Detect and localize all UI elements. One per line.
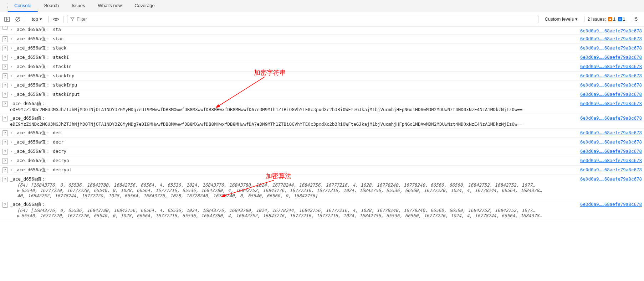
log-level-icon: ? [2,116,8,121]
expand-arrow-icon: › [10,167,13,172]
console-log-row[interactable]: ?›_ace_d656a值： stack6e0d0a9……68aefe79a8c… [0,44,644,53]
log-level-icon: ? [2,83,8,88]
expand-arrow-icon: › [10,36,13,41]
log-level-icon: ? [2,92,8,98]
tab-search[interactable]: Search [38,0,65,12]
hidden-messages[interactable]: 5 [632,16,640,22]
console-log-row[interactable]: ?›_ace_d656a值： stackInpu6e0d0a9……68aefe7… [0,81,644,90]
panel-tabs: ConsoleSearchIssuesWhat's newCoverage [8,0,161,12]
svg-line-3 [16,18,19,21]
console-log-row[interactable]: ?›_ace_d656a值： stackI6e0d0a9……68aefe79a8… [0,53,644,62]
log-message: _ace_d656a值： decr [14,139,642,145]
filter-input[interactable] [77,16,535,22]
source-link[interactable]: 6e0d0a9……68aefe79a8c678 [580,158,642,163]
log-level-icon: ? [2,158,8,164]
expand-arrow-icon: › [10,64,13,69]
expand-arrow-icon: › [10,130,13,135]
source-link[interactable]: 6e0d0a9……68aefe79a8c678 [580,149,642,154]
console-log-row[interactable]: ?_ace_d656a值：(64) [16843776, 0, 65536, 1… [0,200,644,220]
console-log-row[interactable]: ?_ace_d656a值：(64) [16843776, 0, 65536, 1… [0,175,644,200]
console-log-area[interactable]: ?›_ace_d656a值： sta6e0d0a9……68aefe79a8c67… [0,26,644,281]
sidebar-toggle-icon[interactable] [4,16,11,23]
log-message: _ace_d656a值： stackI [14,54,642,61]
console-toolbar: top▾ Custom levels▾ 2 Issues: ■1 ≡1 5 [0,12,644,26]
source-link[interactable]: 6e0d0a9……68aefe79a8c678 [580,64,642,69]
source-link[interactable]: 6e0d0a9……68aefe79a8c678 [580,73,642,78]
console-log-row[interactable]: ?›_ace_d656a值： decrypt6e0d0a9……68aefe79a… [0,166,644,175]
tab-console[interactable]: Console [8,0,38,12]
expand-arrow-icon: › [10,139,13,145]
devtools-header: ⋮ ConsoleSearchIssuesWhat's newCoverage [0,0,644,12]
log-level-icon: ? [2,130,8,136]
console-log-row[interactable]: ?›_ace_d656a值： sta6e0d0a9……68aefe79a8c67… [0,26,644,35]
log-level-icon: ? [2,140,8,145]
console-log-row[interactable]: ?›_ace_d656a值： dec6e0d0a9……68aefe79a8c67… [0,129,644,138]
log-message: _ace_d656a值：eDE9YzZiNDc2MGU3MGJhZTJhMjM3… [10,115,642,127]
log-levels-dropdown[interactable]: Custom levels▾ [542,16,581,22]
source-link[interactable]: 6e0d0a9……68aefe79a8c678 [580,36,642,41]
clear-console-icon[interactable] [14,16,21,23]
expand-arrow-icon: › [10,149,13,154]
tab-whatsnew[interactable]: What's new [91,0,128,12]
console-log-row[interactable]: ?›_ace_d656a值： stackInput6e0d0a9……68aefe… [0,90,644,99]
source-link[interactable]: 6e0d0a9……68aefe79a8c678 [580,101,642,106]
log-level-icon: ? [2,46,8,51]
tab-issues[interactable]: Issues [65,0,92,12]
svg-point-4 [55,18,57,20]
log-level-icon: ? [2,202,8,208]
log-message: _ace_d656a值：eDE9YzZiNDc2MGU3MGJhZTJhMjM3… [10,101,642,112]
context-selector[interactable]: top▾ [29,16,45,22]
log-level-icon: ? [2,177,8,182]
issues-summary[interactable]: 2 Issues: ■1 ≡1 [584,16,628,22]
log-message: _ace_d656a值： stackInpu [14,82,642,88]
separator [48,16,49,22]
log-message: _ace_d656a值： decry [14,149,642,155]
console-log-row[interactable]: ?›_ace_d656a值： decry6e0d0a9……68aefe79a8c… [0,147,644,156]
log-level-icon: ? [2,73,8,79]
filter-icon [70,17,75,21]
source-link[interactable]: 6e0d0a9……68aefe79a8c678 [580,92,642,97]
log-level-icon: ? [2,101,8,107]
console-log-row[interactable]: ?›_ace_d656a值： stackIn6e0d0a9……68aefe79a… [0,62,644,72]
console-log-row[interactable]: ?›_ace_d656a值： stackInp6e0d0a9……68aefe79… [0,72,644,81]
console-log-row[interactable]: ?›_ace_d656a值： decryp6e0d0a9……68aefe79a8… [0,156,644,166]
console-log-row[interactable]: ?›_ace_d656a值： decr6e0d0a9……68aefe79a8c6… [0,138,644,147]
source-link[interactable]: 6e0d0a9……68aefe79a8c678 [580,28,642,33]
log-level-icon: ? [2,26,8,30]
source-link[interactable]: 6e0d0a9……68aefe79a8c678 [580,130,642,135]
log-message: _ace_d656a值：(64) [16843776, 0, 65536, 16… [10,202,642,218]
log-message: _ace_d656a值： stac [14,36,642,42]
source-link[interactable]: 6e0d0a9……68aefe79a8c678 [580,176,642,182]
log-message: _ace_d656a值： decrypt [14,167,642,173]
log-message: _ace_d656a值： dec [14,130,642,136]
expand-arrow-icon: › [10,54,13,60]
info-icon: ≡ [618,17,622,21]
console-log-row[interactable]: ?_ace_d656a值：eDE9YzZiNDc2MGU3MGJhZTJhMjM… [0,99,644,114]
log-level-icon: ? [2,36,8,42]
expand-arrow-icon: › [10,27,13,32]
console-log-row[interactable]: ?_ace_d656a值：eDE9YzZiNDc2MGU3MGJhZTJhMjM… [0,114,644,129]
log-level-icon: ? [2,149,8,155]
log-message: _ace_d656a值： sta [14,27,642,33]
tab-coverage[interactable]: Coverage [128,0,161,12]
source-link[interactable]: 6e0d0a9……68aefe79a8c678 [580,202,642,207]
log-level-icon: ? [2,64,8,70]
expand-arrow-icon: › [10,73,13,78]
console-log-row[interactable]: ?›_ace_d656a值： stac6e0d0a9……68aefe79a8c6… [0,35,644,44]
source-link[interactable]: 6e0d0a9……68aefe79a8c678 [580,82,642,88]
expand-arrow-icon: › [10,92,13,97]
filter-box[interactable] [67,15,538,23]
expand-arrow-icon: › [10,45,13,51]
source-link[interactable]: 6e0d0a9……68aefe79a8c678 [580,115,642,121]
warning-icon: ■ [608,17,612,21]
log-message: _ace_d656a值： stack [14,45,642,51]
live-expression-icon[interactable] [52,16,60,23]
log-message: _ace_d656a值：(64) [16843776, 0, 65536, 16… [10,176,642,198]
log-message: _ace_d656a值： stackInput [14,92,642,98]
more-menu-icon[interactable]: ⋮ [2,2,8,9]
source-link[interactable]: 6e0d0a9……68aefe79a8c678 [580,167,642,172]
log-level-icon: ? [2,167,8,173]
source-link[interactable]: 6e0d0a9……68aefe79a8c678 [580,139,642,145]
source-link[interactable]: 6e0d0a9……68aefe79a8c678 [580,54,642,60]
source-link[interactable]: 6e0d0a9……68aefe79a8c678 [580,45,642,51]
